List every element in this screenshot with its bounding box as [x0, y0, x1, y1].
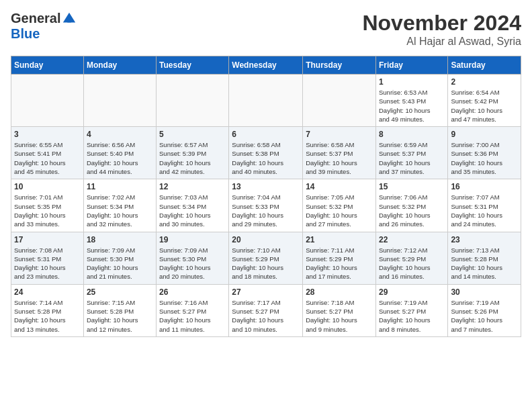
day-info: Sunrise: 6:53 AM Sunset: 5:43 PM Dayligh…: [379, 88, 445, 124]
day-number: 1: [379, 77, 445, 87]
weekday-header-saturday: Saturday: [448, 56, 521, 75]
day-info: Sunrise: 6:59 AM Sunset: 5:37 PM Dayligh…: [379, 140, 445, 176]
day-number: 13: [232, 182, 300, 191]
calendar-cell: 13Sunrise: 7:04 AM Sunset: 5:33 PM Dayli…: [229, 179, 303, 232]
day-info: Sunrise: 7:05 AM Sunset: 5:32 PM Dayligh…: [306, 193, 373, 228]
page-header: General Blue November 2024 Al Hajar al A…: [11, 11, 521, 48]
location-title: Al Hajar al Aswad, Syria: [362, 36, 521, 48]
day-number: 18: [87, 235, 153, 244]
day-info: Sunrise: 6:57 AM Sunset: 5:39 PM Dayligh…: [159, 140, 226, 176]
calendar-cell: 23Sunrise: 7:13 AM Sunset: 5:28 PM Dayli…: [448, 232, 521, 284]
day-info: Sunrise: 7:11 AM Sunset: 5:29 PM Dayligh…: [306, 246, 373, 281]
day-number: 14: [306, 182, 373, 191]
calendar-cell: 2Sunrise: 6:54 AM Sunset: 5:42 PM Daylig…: [448, 75, 521, 127]
calendar-cell: 27Sunrise: 7:17 AM Sunset: 5:27 PM Dayli…: [229, 284, 303, 336]
calendar-cell: 21Sunrise: 7:11 AM Sunset: 5:29 PM Dayli…: [303, 232, 376, 284]
calendar-cell: 6Sunrise: 6:58 AM Sunset: 5:38 PM Daylig…: [229, 127, 303, 179]
day-number: 17: [14, 235, 81, 244]
calendar-week-row: 3Sunrise: 6:55 AM Sunset: 5:41 PM Daylig…: [11, 127, 521, 179]
calendar-table: SundayMondayTuesdayWednesdayThursdayFrid…: [11, 56, 521, 337]
calendar-cell: 4Sunrise: 6:56 AM Sunset: 5:40 PM Daylig…: [83, 127, 156, 179]
day-info: Sunrise: 7:12 AM Sunset: 5:29 PM Dayligh…: [379, 246, 445, 281]
day-number: 11: [87, 182, 153, 191]
day-info: Sunrise: 7:09 AM Sunset: 5:30 PM Dayligh…: [159, 246, 226, 281]
weekday-header-tuesday: Tuesday: [157, 56, 229, 75]
weekday-header-row: SundayMondayTuesdayWednesdayThursdayFrid…: [11, 56, 521, 75]
calendar-cell: 11Sunrise: 7:02 AM Sunset: 5:34 PM Dayli…: [83, 179, 156, 232]
day-info: Sunrise: 7:04 AM Sunset: 5:33 PM Dayligh…: [232, 193, 300, 228]
calendar-week-row: 24Sunrise: 7:14 AM Sunset: 5:28 PM Dayli…: [11, 284, 521, 336]
logo: General Blue: [11, 11, 77, 42]
calendar-week-row: 17Sunrise: 7:08 AM Sunset: 5:31 PM Dayli…: [11, 232, 521, 284]
day-number: 19: [159, 235, 226, 244]
day-number: 30: [451, 287, 518, 297]
day-number: 3: [14, 130, 81, 139]
calendar-cell: 10Sunrise: 7:01 AM Sunset: 5:35 PM Dayli…: [11, 179, 84, 232]
calendar-cell: 20Sunrise: 7:10 AM Sunset: 5:29 PM Dayli…: [229, 232, 303, 284]
calendar-week-row: 1Sunrise: 6:53 AM Sunset: 5:43 PM Daylig…: [11, 75, 521, 127]
day-info: Sunrise: 6:58 AM Sunset: 5:38 PM Dayligh…: [232, 140, 300, 176]
day-info: Sunrise: 7:07 AM Sunset: 5:31 PM Dayligh…: [451, 193, 518, 228]
day-info: Sunrise: 7:08 AM Sunset: 5:31 PM Dayligh…: [14, 246, 81, 281]
month-title: November 2024: [362, 11, 521, 36]
day-number: 6: [232, 130, 300, 139]
calendar-cell: 19Sunrise: 7:09 AM Sunset: 5:30 PM Dayli…: [157, 232, 229, 284]
day-info: Sunrise: 7:09 AM Sunset: 5:30 PM Dayligh…: [87, 246, 153, 281]
day-info: Sunrise: 6:58 AM Sunset: 5:37 PM Dayligh…: [306, 140, 373, 176]
day-number: 7: [306, 130, 373, 139]
day-number: 25: [87, 287, 153, 297]
day-number: 5: [159, 130, 226, 139]
calendar-cell: [11, 75, 84, 127]
day-info: Sunrise: 7:02 AM Sunset: 5:34 PM Dayligh…: [87, 193, 153, 228]
title-block: November 2024 Al Hajar al Aswad, Syria: [362, 11, 521, 48]
calendar-cell: [303, 75, 376, 127]
logo-general-text: General: [11, 11, 60, 26]
svg-rect-1: [68, 17, 72, 22]
calendar-cell: 16Sunrise: 7:07 AM Sunset: 5:31 PM Dayli…: [448, 179, 521, 232]
calendar-week-row: 10Sunrise: 7:01 AM Sunset: 5:35 PM Dayli…: [11, 179, 521, 232]
day-info: Sunrise: 7:13 AM Sunset: 5:28 PM Dayligh…: [451, 246, 518, 281]
day-number: 4: [87, 130, 153, 139]
calendar-cell: 12Sunrise: 7:03 AM Sunset: 5:34 PM Dayli…: [157, 179, 229, 232]
day-number: 23: [451, 235, 518, 244]
weekday-header-thursday: Thursday: [303, 56, 376, 75]
day-info: Sunrise: 7:10 AM Sunset: 5:29 PM Dayligh…: [232, 246, 300, 281]
calendar-cell: [157, 75, 229, 127]
calendar-cell: 8Sunrise: 6:59 AM Sunset: 5:37 PM Daylig…: [375, 127, 447, 179]
day-info: Sunrise: 7:00 AM Sunset: 5:36 PM Dayligh…: [451, 140, 518, 176]
day-number: 27: [232, 287, 300, 297]
calendar-cell: 9Sunrise: 7:00 AM Sunset: 5:36 PM Daylig…: [448, 127, 521, 179]
calendar-cell: 7Sunrise: 6:58 AM Sunset: 5:37 PM Daylig…: [303, 127, 376, 179]
day-info: Sunrise: 7:19 AM Sunset: 5:27 PM Dayligh…: [379, 298, 445, 334]
day-number: 8: [379, 130, 445, 139]
day-info: Sunrise: 7:01 AM Sunset: 5:35 PM Dayligh…: [14, 193, 81, 228]
day-info: Sunrise: 7:16 AM Sunset: 5:27 PM Dayligh…: [159, 298, 226, 334]
day-number: 28: [306, 287, 373, 297]
calendar-cell: [229, 75, 303, 127]
calendar-cell: 26Sunrise: 7:16 AM Sunset: 5:27 PM Dayli…: [157, 284, 229, 336]
day-info: Sunrise: 6:55 AM Sunset: 5:41 PM Dayligh…: [14, 140, 81, 176]
day-info: Sunrise: 7:15 AM Sunset: 5:28 PM Dayligh…: [87, 298, 153, 334]
calendar-cell: 22Sunrise: 7:12 AM Sunset: 5:29 PM Dayli…: [375, 232, 447, 284]
calendar-cell: 24Sunrise: 7:14 AM Sunset: 5:28 PM Dayli…: [11, 284, 84, 336]
calendar-cell: 3Sunrise: 6:55 AM Sunset: 5:41 PM Daylig…: [11, 127, 84, 179]
day-number: 22: [379, 235, 445, 244]
day-info: Sunrise: 7:18 AM Sunset: 5:27 PM Dayligh…: [306, 298, 373, 334]
day-number: 21: [306, 235, 373, 244]
calendar-cell: 28Sunrise: 7:18 AM Sunset: 5:27 PM Dayli…: [303, 284, 376, 336]
weekday-header-friday: Friday: [375, 56, 447, 75]
day-info: Sunrise: 6:54 AM Sunset: 5:42 PM Dayligh…: [451, 88, 518, 124]
day-number: 12: [159, 182, 226, 191]
calendar-cell: 17Sunrise: 7:08 AM Sunset: 5:31 PM Dayli…: [11, 232, 84, 284]
weekday-header-sunday: Sunday: [11, 56, 84, 75]
logo-blue-text: Blue: [11, 26, 40, 42]
day-number: 9: [451, 130, 518, 139]
calendar-cell: 18Sunrise: 7:09 AM Sunset: 5:30 PM Dayli…: [83, 232, 156, 284]
day-number: 26: [159, 287, 226, 297]
calendar-cell: 14Sunrise: 7:05 AM Sunset: 5:32 PM Dayli…: [303, 179, 376, 232]
day-info: Sunrise: 7:17 AM Sunset: 5:27 PM Dayligh…: [232, 298, 300, 334]
calendar-cell: [83, 75, 156, 127]
day-number: 29: [379, 287, 445, 297]
day-number: 15: [379, 182, 445, 191]
calendar-cell: 15Sunrise: 7:06 AM Sunset: 5:32 PM Dayli…: [375, 179, 447, 232]
